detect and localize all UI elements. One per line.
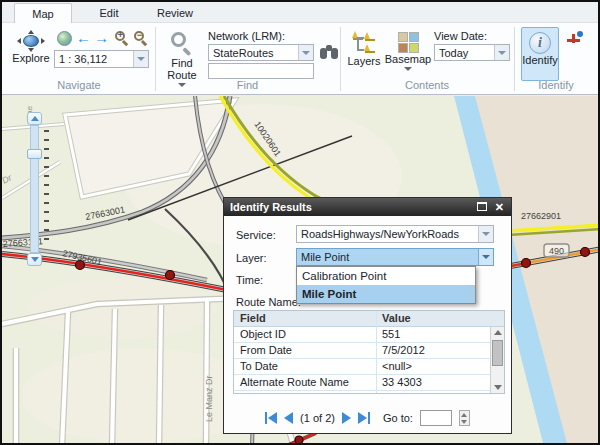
- network-value: StateRoutes: [209, 45, 298, 60]
- maximize-icon[interactable]: [477, 202, 487, 211]
- scale-combobox[interactable]: 1 : 36,112: [54, 50, 149, 68]
- layers-button[interactable]: Layers: [345, 28, 383, 84]
- contents-group-label: Contents: [340, 79, 514, 91]
- zoom-slider-down-button[interactable]: [27, 253, 42, 266]
- layer-label: Layer:: [236, 252, 267, 264]
- field-cell: Object ID: [240, 328, 286, 340]
- tab-strip: Map Edit Review: [2, 2, 598, 23]
- service-label: Service:: [236, 229, 276, 241]
- layer-dropdown-list: Calibration Point Mile Point: [296, 266, 476, 304]
- street-label: Le Manz Dr: [204, 375, 214, 422]
- identify-button[interactable]: i Identify: [521, 27, 559, 81]
- column-divider: [376, 311, 377, 393]
- last-page-button[interactable]: [358, 412, 370, 424]
- dialog-title-bar[interactable]: Identify Results ✕: [224, 198, 511, 216]
- svg-text:490: 490: [549, 246, 564, 256]
- value-cell: <null>: [382, 360, 412, 372]
- scroll-up-arrow[interactable]: [494, 330, 502, 335]
- goto-spinner[interactable]: [459, 410, 470, 426]
- time-label: Time:: [236, 274, 263, 286]
- layers-icon: [352, 31, 376, 55]
- first-page-button[interactable]: [265, 412, 277, 424]
- layer-dropdown-arrow[interactable]: [478, 249, 493, 265]
- field-cell: To Date: [240, 360, 278, 372]
- route-label: 27662901: [521, 211, 561, 221]
- pan-icon: [17, 30, 45, 52]
- mile-point-marker[interactable]: [581, 248, 590, 257]
- binoculars-icon[interactable]: [320, 45, 338, 59]
- scale-value: 1 : 36,112: [55, 51, 133, 67]
- tab-review[interactable]: Review: [146, 3, 204, 23]
- table-row[interactable]: Object ID 551: [234, 327, 490, 343]
- tab-map[interactable]: Map: [14, 3, 72, 23]
- basemap-icon: [398, 32, 419, 53]
- back-arrow-icon[interactable]: ←: [76, 30, 91, 45]
- zoom-slider-thumb[interactable]: [27, 149, 42, 159]
- find-group-label: Find: [155, 79, 340, 91]
- identify-results-dialog: Identify Results ✕ Service: RoadsHighway…: [223, 197, 512, 434]
- identify-route-tool-icon[interactable]: [566, 31, 583, 47]
- ribbon: Map Edit Review Explore ← → + − 1 : 36,1…: [2, 2, 598, 95]
- service-dropdown-arrow[interactable]: [478, 226, 493, 242]
- view-date-dropdown-arrow[interactable]: [494, 45, 509, 60]
- identify-group-label: Identify: [514, 79, 598, 91]
- view-date-combobox[interactable]: Today: [434, 44, 510, 61]
- route-search-input[interactable]: [208, 63, 314, 79]
- route-shield-490: 490: [544, 244, 569, 257]
- identify-label: Identify: [522, 54, 557, 66]
- basemap-label: Basemap: [385, 53, 431, 65]
- app-window: Map Edit Review Explore ← → + − 1 : 36,1…: [0, 0, 600, 445]
- goto-label: Go to:: [383, 412, 413, 424]
- zoom-in-icon[interactable]: +: [114, 30, 130, 46]
- zoom-slider-track[interactable]: [30, 125, 39, 253]
- field-cell: Alternate Route Name: [240, 376, 349, 388]
- network-lrm-label: Network (LRM):: [208, 30, 285, 42]
- pagination-bar: (1 of 2) Go to:: [224, 407, 511, 429]
- explore-button[interactable]: Explore: [10, 28, 52, 80]
- view-date-label: View Date:: [434, 30, 487, 42]
- zoom-out-icon[interactable]: −: [133, 30, 149, 46]
- route-name-label: Route Name:: [236, 296, 301, 308]
- terrain-patch: [27, 278, 217, 338]
- forward-arrow-icon[interactable]: →: [94, 30, 109, 45]
- table-row[interactable]: Alternate Route Name 33 4303: [234, 375, 490, 391]
- layer-option-mile-point[interactable]: Mile Point: [297, 285, 475, 303]
- table-row[interactable]: To Date <null>: [234, 359, 490, 375]
- tab-edit[interactable]: Edit: [80, 3, 138, 23]
- goto-page-input[interactable]: [420, 410, 452, 426]
- basemap-dropdown-arrow[interactable]: [404, 67, 412, 71]
- previous-page-button[interactable]: [284, 412, 293, 424]
- table-scrollbar[interactable]: [490, 327, 504, 393]
- service-combobox[interactable]: RoadsHighways/NewYorkRoads: [296, 225, 494, 243]
- value-cell: 7/5/2012: [382, 344, 425, 356]
- layer-option-calibration-point[interactable]: Calibration Point: [297, 267, 475, 285]
- page-indicator: (1 of 2): [300, 412, 335, 424]
- network-dropdown-arrow[interactable]: [298, 45, 313, 60]
- zoom-slider-up-button[interactable]: [27, 112, 42, 125]
- layers-label: Layers: [347, 55, 380, 67]
- find-route-label: Find Route: [159, 57, 205, 81]
- layer-combobox[interactable]: Mile Point: [296, 248, 494, 266]
- mile-point-marker[interactable]: [166, 271, 175, 280]
- value-cell: 33 4303: [382, 376, 422, 388]
- navigate-group-label: Navigate: [4, 79, 154, 91]
- dialog-title: Identify Results: [230, 201, 312, 213]
- attributes-table: Field Value Object ID 551 From Date 7/5/…: [233, 310, 505, 394]
- scale-dropdown-arrow[interactable]: [133, 51, 148, 67]
- view-date-value: Today: [435, 45, 494, 60]
- full-extent-globe-icon[interactable]: [57, 31, 72, 46]
- network-combobox[interactable]: StateRoutes: [208, 44, 314, 61]
- scroll-thumb[interactable]: [492, 340, 503, 366]
- map-zoom-slider[interactable]: [26, 112, 50, 266]
- service-value: RoadsHighways/NewYorkRoads: [297, 226, 478, 242]
- zoom-slider-ticks: [44, 130, 49, 247]
- close-icon[interactable]: ✕: [495, 202, 504, 212]
- field-header: Field: [240, 312, 266, 324]
- layer-value: Mile Point: [297, 249, 478, 265]
- scroll-down-arrow[interactable]: [494, 385, 502, 390]
- mile-point-marker[interactable]: [522, 259, 531, 268]
- table-row[interactable]: From Date 7/5/2012: [234, 343, 490, 359]
- value-header: Value: [382, 312, 411, 324]
- find-route-magnifier-icon: [169, 31, 195, 57]
- next-page-button[interactable]: [342, 412, 351, 424]
